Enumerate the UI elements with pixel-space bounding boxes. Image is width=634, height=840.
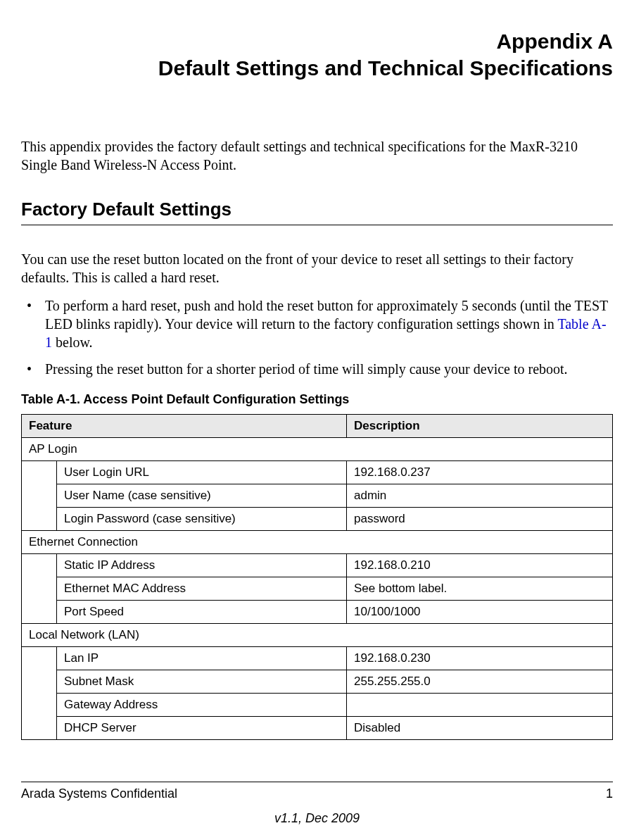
bullet-text-pre: To perform a hard reset, push and hold t… [45,298,608,332]
group-name: Local Network (LAN) [22,624,613,647]
appendix-title-line2: Default Settings and Technical Specifica… [21,55,613,82]
feature-cell: Login Password (case sensitive) [57,508,347,531]
table-row: Ethernet MAC Address See bottom label. [22,577,613,601]
page-number: 1 [606,786,613,801]
description-cell: See bottom label. [347,577,613,601]
table-header-row: Feature Description [22,415,613,438]
list-item: To perform a hard reset, push and hold t… [21,296,613,351]
table-row: User Name (case sensitive) admin [22,484,613,508]
table-row: Port Speed 10/100/1000 [22,601,613,624]
indent-cell [22,647,57,740]
column-header-feature: Feature [22,415,347,438]
footer-version: v1.1, Dec 2009 [21,811,613,826]
feature-cell: Gateway Address [57,694,347,717]
appendix-title: Appendix A Default Settings and Technica… [21,28,613,81]
feature-cell: User Name (case sensitive) [57,484,347,508]
footer-line: Arada Systems Confidential 1 [21,782,613,801]
description-cell: Disabled [347,717,613,740]
table-row: DHCP Server Disabled [22,717,613,740]
description-cell: 192.168.0.230 [347,647,613,670]
indent-cell [22,461,57,531]
table-row: Lan IP 192.168.0.230 [22,647,613,670]
column-header-description: Description [347,415,613,438]
default-settings-table: Feature Description AP Login User Login … [21,414,613,740]
feature-cell: DHCP Server [57,717,347,740]
feature-cell: Static IP Address [57,554,347,577]
group-name: Ethernet Connection [22,531,613,554]
table-row: User Login URL 192.168.0.237 [22,461,613,484]
table-row: Login Password (case sensitive) password [22,508,613,531]
table-group-row: AP Login [22,438,613,461]
description-cell: 192.168.0.237 [347,461,613,484]
hard-reset-paragraph: You can use the reset button located on … [21,250,613,287]
group-name: AP Login [22,438,613,461]
feature-cell: Subnet Mask [57,670,347,694]
intro-paragraph: This appendix provides the factory defau… [21,137,613,174]
bullet-text-post: below. [52,334,93,350]
table-row: Gateway Address [22,694,613,717]
description-cell: admin [347,484,613,508]
description-cell: 10/100/1000 [347,601,613,624]
section-heading-factory-defaults: Factory Default Settings [21,199,613,225]
table-group-row: Ethernet Connection [22,531,613,554]
feature-cell: User Login URL [57,461,347,484]
indent-cell [22,554,57,624]
bullet-text: Pressing the reset button for a shorter … [45,361,568,377]
description-cell: 255.255.255.0 [347,670,613,694]
list-item: Pressing the reset button for a shorter … [21,360,613,378]
table-caption: Table A-1. Access Point Default Configur… [21,392,613,407]
reset-instructions-list: To perform a hard reset, push and hold t… [21,296,613,378]
description-cell: 192.168.0.210 [347,554,613,577]
page-footer: Arada Systems Confidential 1 v1.1, Dec 2… [21,782,613,826]
footer-confidential: Arada Systems Confidential [21,786,177,801]
description-cell: password [347,508,613,531]
feature-cell: Port Speed [57,601,347,624]
table-row: Subnet Mask 255.255.255.0 [22,670,613,694]
description-cell [347,694,613,717]
feature-cell: Lan IP [57,647,347,670]
feature-cell: Ethernet MAC Address [57,577,347,601]
appendix-title-line1: Appendix A [21,28,613,55]
table-row: Static IP Address 192.168.0.210 [22,554,613,577]
table-group-row: Local Network (LAN) [22,624,613,647]
